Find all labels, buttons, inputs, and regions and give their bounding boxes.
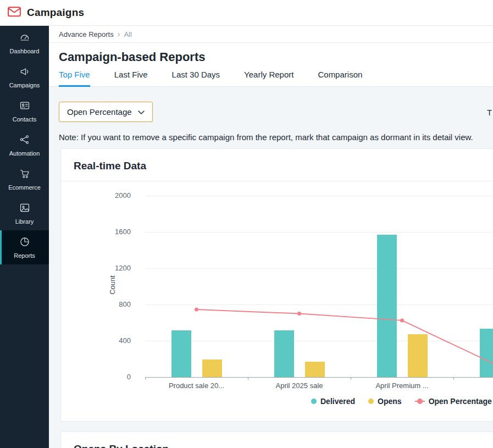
chevron-right-icon: ›: [118, 30, 120, 38]
chevron-down-icon: [138, 107, 145, 117]
sidebar: Dashboard Campaigns Contacts Automation …: [0, 26, 49, 448]
page-title: Campaign-based Reports: [59, 50, 206, 64]
legend-label: Opens: [378, 397, 402, 406]
image-icon: [19, 202, 30, 215]
sidebar-item-library[interactable]: Library: [0, 196, 49, 230]
y-tick-label: 800: [103, 300, 131, 309]
y-tick-label: 1200: [103, 264, 131, 273]
sidebar-item-label: Dashboard: [10, 48, 40, 54]
dormant-note: Note: If you want to remove a specific c…: [59, 132, 473, 142]
sidebar-item-ecommerce[interactable]: Ecommerce: [0, 162, 49, 196]
card-title: Opens By Location: [74, 443, 169, 448]
tab-top-five[interactable]: Top Five: [59, 70, 90, 86]
y-tick-label: 2000: [103, 191, 131, 200]
x-tick: [248, 377, 248, 380]
gridline: [145, 268, 493, 269]
main-area: Advance Reports › All Campaign-based Rep…: [49, 26, 493, 448]
chart-legend: DeliveredOpensOpen Percentage: [311, 397, 492, 406]
x-category-label: Follo...: [454, 381, 493, 390]
tab-comparison[interactable]: Comparison: [318, 70, 362, 86]
sidebar-item-dashboard[interactable]: Dashboard: [0, 26, 49, 60]
bar-delivered[interactable]: [480, 329, 493, 377]
report-content: Open Percentage T Note: If you want to r…: [49, 87, 493, 448]
automation-nodes-icon: [19, 134, 30, 147]
bar-delivered[interactable]: [171, 330, 191, 377]
contact-card-icon: [19, 100, 30, 113]
sidebar-item-label: Reports: [14, 252, 35, 259]
sidebar-item-label: Automation: [9, 150, 40, 157]
x-tick: [351, 377, 351, 380]
gridline: [145, 196, 493, 196]
y-tick-label: 0: [103, 373, 131, 381]
legend-item-opens[interactable]: Opens: [368, 397, 402, 406]
bar-opens[interactable]: [305, 362, 325, 377]
sidebar-item-label: Contacts: [13, 116, 36, 123]
x-category-label: Product sale 20...: [146, 381, 248, 390]
realtime-data-card: Real-time Data Count 0400800120016002000…: [60, 148, 493, 422]
opens-by-location-card: Opens By Location: [60, 432, 493, 448]
sidebar-item-reports[interactable]: Reports: [0, 230, 49, 264]
report-tabs: Top Five Last Five Last 30 Days Yearly R…: [49, 66, 493, 87]
bar-opens[interactable]: [202, 359, 222, 377]
y-tick-label: 1600: [103, 228, 131, 236]
sidebar-item-campaigns[interactable]: Campaigns: [0, 60, 49, 94]
breadcrumb-advance-reports[interactable]: Advance Reports: [59, 30, 114, 38]
breadcrumb: Advance Reports › All: [49, 26, 493, 43]
bar-delivered[interactable]: [377, 235, 397, 377]
gridline: [145, 341, 493, 341]
legend-label: Open Percentage: [429, 397, 492, 406]
pie-chart-icon: [19, 236, 30, 250]
app-window: Campaigns Dashboard Campaigns Contacts: [0, 0, 493, 448]
tab-yearly-report[interactable]: Yearly Report: [244, 70, 293, 86]
realtime-chart: Count 0400800120016002000Product sale 20…: [61, 149, 493, 422]
x-tick: [145, 377, 146, 380]
megaphone-icon: [19, 66, 30, 79]
gridline: [145, 232, 493, 233]
gridline: [145, 305, 493, 305]
legend-item-delivered[interactable]: Delivered: [311, 397, 355, 406]
sidebar-item-label: Campaigns: [9, 82, 40, 89]
sidebar-item-automation[interactable]: Automation: [0, 128, 49, 162]
bar-opens[interactable]: [408, 334, 428, 377]
sidebar-item-label: Library: [15, 218, 34, 225]
tab-last-30-days[interactable]: Last 30 Days: [172, 70, 220, 86]
x-category-label: April 2025 sale: [248, 381, 351, 390]
sidebar-item-label: Ecommerce: [8, 184, 41, 191]
x-category-label: April Premium ...: [351, 381, 453, 390]
y-tick-label: 400: [103, 336, 131, 345]
sidebar-item-contacts[interactable]: Contacts: [0, 94, 49, 128]
app-title: Campaigns: [27, 7, 84, 19]
title-row: Campaign-based Reports: [49, 43, 493, 66]
top-bar: Campaigns: [0, 0, 493, 26]
metric-dropdown-value: Open Percentage: [67, 107, 132, 117]
legend-marker: [311, 399, 317, 404]
bar-delivered[interactable]: [274, 330, 294, 377]
y-axis-label: Count: [108, 273, 117, 297]
shopping-cart-icon: [19, 168, 30, 181]
campaigns-logo-icon: [7, 4, 22, 21]
breadcrumb-all[interactable]: All: [124, 30, 131, 38]
legend-marker: [415, 399, 425, 404]
dashboard-icon: [19, 32, 30, 45]
legend-marker: [368, 399, 374, 404]
legend-label: Delivered: [320, 397, 355, 406]
x-axis-line: [145, 377, 493, 378]
metric-dropdown[interactable]: Open Percentage: [59, 102, 153, 122]
tab-last-five[interactable]: Last Five: [114, 70, 148, 86]
truncated-right-label[interactable]: T: [487, 108, 492, 117]
x-tick: [453, 377, 454, 380]
legend-item-open-percentage[interactable]: Open Percentage: [415, 397, 492, 406]
